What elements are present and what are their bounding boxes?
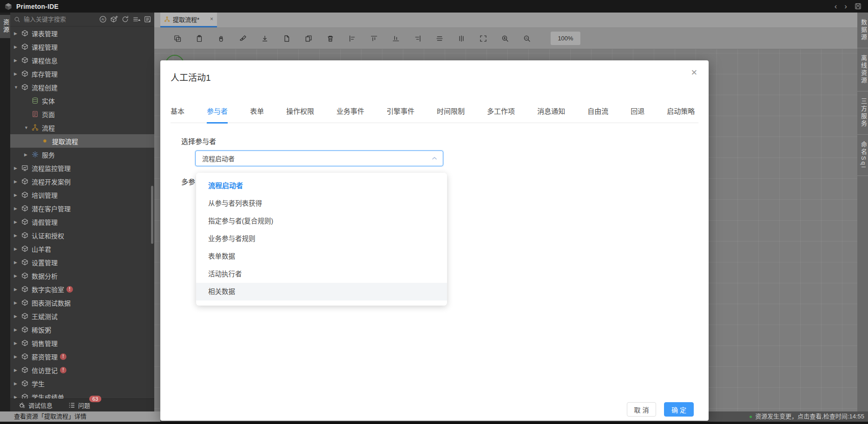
distribute-h-icon[interactable] <box>435 34 444 43</box>
dropdown-option-活动执行者[interactable]: 活动执行者 <box>196 265 447 283</box>
dropdown-option-表单数据[interactable]: 表单数据 <box>196 248 447 265</box>
expanded-arrow-icon[interactable]: ▼ <box>14 85 21 90</box>
collapsed-arrow-icon[interactable]: ▶ <box>14 72 21 76</box>
download-icon[interactable] <box>260 34 269 43</box>
zoom-in-icon[interactable] <box>500 34 509 43</box>
right-rail-tab-离线资源[interactable]: 离线资源 <box>857 48 868 91</box>
tree-item-王斌测试[interactable]: ▶王斌测试 <box>10 309 154 323</box>
collapsed-arrow-icon[interactable]: ▶ <box>14 274 21 278</box>
collapsed-arrow-icon[interactable]: ▶ <box>14 260 21 265</box>
align-bottom-icon[interactable] <box>391 34 400 43</box>
dialog-close-icon[interactable]: ✕ <box>691 68 697 78</box>
tree-item-课程管理[interactable]: ▶课程管理 <box>10 40 154 53</box>
tree-item-销售管理[interactable]: ▶销售管理 <box>10 336 154 350</box>
expanded-arrow-icon[interactable]: ▼ <box>24 125 32 130</box>
tree-item-数字实验室[interactable]: ▶数字实验室! <box>10 282 154 296</box>
tree-item-请假管理[interactable]: ▶请假管理 <box>10 215 154 228</box>
tree-item-流程监控管理[interactable]: ▶流程监控管理 <box>10 161 154 175</box>
collapsed-arrow-icon[interactable]: ▶ <box>14 206 21 211</box>
problems-button[interactable]: 问题 63 <box>68 401 90 410</box>
tree-item-薪资管理[interactable]: ▶薪资管理! <box>10 350 154 363</box>
collapsed-arrow-icon[interactable]: ▶ <box>14 368 21 372</box>
dialog-tab-自由流[interactable]: 自由流 <box>587 104 608 123</box>
dialog-tab-回退[interactable]: 回退 <box>631 104 644 123</box>
file-icon[interactable] <box>282 34 291 43</box>
zoom-out-icon[interactable] <box>522 34 531 43</box>
collapsed-arrow-icon[interactable]: ▶ <box>14 395 21 399</box>
collapsed-arrow-icon[interactable]: ▶ <box>14 193 21 197</box>
tree-item-培训管理[interactable]: ▶培训管理 <box>10 188 154 202</box>
fit-screen-icon[interactable] <box>479 34 487 43</box>
dialog-tab-时间限制[interactable]: 时间限制 <box>437 104 465 123</box>
tree-item-流程[interactable]: ▼流程 <box>10 121 154 134</box>
status-right-message[interactable]: ●资源发生变更，点击查看,检查时间:14:55 <box>749 411 864 422</box>
cancel-button[interactable]: 取 消 <box>627 402 656 417</box>
tree-item-数据分析[interactable]: ▶数据分析 <box>10 269 154 282</box>
tree-item-潜在客户管理[interactable]: ▶潜在客户管理 <box>10 202 154 215</box>
tree-item-流程创建[interactable]: ▼流程创建 <box>10 80 154 94</box>
tree-item-实体[interactable]: 实体 <box>10 94 154 107</box>
ai-icon[interactable]: AI <box>99 15 107 23</box>
tree-item-页面[interactable]: 页面 <box>10 107 154 121</box>
tree-item-课表管理[interactable]: ▶课表管理 <box>10 26 154 40</box>
dropdown-option-相关数据[interactable]: 相关数据 <box>196 283 447 300</box>
nav-forward-icon[interactable]: › <box>844 0 847 13</box>
align-right-icon[interactable] <box>413 34 422 43</box>
dialog-tab-启动策略[interactable]: 启动策略 <box>667 104 695 123</box>
tree-item-学生[interactable]: ▶学生 <box>10 377 154 390</box>
collapsed-arrow-icon[interactable]: ▶ <box>14 166 21 170</box>
nav-back-icon[interactable]: ‹ <box>835 0 837 13</box>
brush-icon[interactable] <box>238 34 247 43</box>
right-rail-tab-命名Sql[interactable]: 命名Sql <box>857 135 868 176</box>
editor-tab-extract-flow[interactable]: 提取流程* × <box>160 12 217 27</box>
tree-item-设置管理[interactable]: ▶设置管理 <box>10 255 154 269</box>
distribute-v-icon[interactable] <box>457 34 466 43</box>
participant-select[interactable]: 流程启动者 <box>195 150 443 166</box>
clipboard-icon[interactable] <box>195 34 204 43</box>
refresh-icon[interactable] <box>121 15 129 23</box>
collapsed-arrow-icon[interactable]: ▶ <box>14 327 21 332</box>
tree-item-课程信息[interactable]: ▶课程信息 <box>10 53 154 67</box>
tree-item-流程开发案例[interactable]: ▶流程开发案例 <box>10 175 154 188</box>
tree-item-图表测试数据[interactable]: ▶图表测试数据 <box>10 296 154 309</box>
align-left-icon[interactable] <box>348 34 356 43</box>
trash-icon[interactable] <box>326 34 335 43</box>
ok-button[interactable]: 确 定 <box>664 402 694 417</box>
collapsed-arrow-icon[interactable]: ▶ <box>14 220 21 224</box>
dialog-tab-引擎事件[interactable]: 引擎事件 <box>387 104 414 123</box>
collapsed-arrow-icon[interactable]: ▶ <box>14 179 21 184</box>
copy-icon[interactable] <box>173 34 182 43</box>
hand-icon[interactable] <box>217 34 225 43</box>
duplicate-icon[interactable] <box>304 34 313 43</box>
dialog-tab-基本[interactable]: 基本 <box>171 104 184 123</box>
collapsed-arrow-icon[interactable]: ▶ <box>14 233 21 238</box>
tree-item-山羊君[interactable]: ▶山羊君 <box>10 242 154 255</box>
align-top-icon[interactable] <box>369 34 378 43</box>
export-icon[interactable] <box>144 15 151 23</box>
collapsed-arrow-icon[interactable]: ▶ <box>14 31 21 36</box>
dropdown-option-流程启动者[interactable]: 流程启动者 <box>196 177 447 195</box>
filter-icon[interactable] <box>132 15 140 23</box>
collapsed-arrow-icon[interactable]: ▶ <box>14 247 21 251</box>
collapsed-arrow-icon[interactable]: ▶ <box>24 152 32 157</box>
dropdown-option-从参与者列表获得[interactable]: 从参与者列表获得 <box>196 195 447 212</box>
dialog-tab-表单[interactable]: 表单 <box>250 104 264 123</box>
dropdown-option-业务参与者规则[interactable]: 业务参与者规则 <box>196 230 447 248</box>
dialog-tab-参与者[interactable]: 参与者 <box>207 104 228 123</box>
tree-item-认证和授权[interactable]: ▶认证和授权 <box>10 228 154 242</box>
tree-item-稀饭粥[interactable]: ▶稀饭粥 <box>10 323 154 336</box>
dropdown-option-指定参与者(复合规则)[interactable]: 指定参与者(复合规则) <box>196 212 447 230</box>
dialog-tab-业务事件[interactable]: 业务事件 <box>336 104 364 123</box>
right-rail-tab-三方服务[interactable]: 三方服务 <box>857 91 868 135</box>
save-icon[interactable] <box>855 3 861 10</box>
dialog-tab-操作权限[interactable]: 操作权限 <box>286 104 314 123</box>
collapsed-arrow-icon[interactable]: ▶ <box>14 300 21 305</box>
collapsed-arrow-icon[interactable]: ▶ <box>14 287 21 292</box>
zoom-level[interactable]: 100% <box>551 32 580 45</box>
collapsed-arrow-icon[interactable]: ▶ <box>14 381 21 386</box>
add-cube-icon[interactable] <box>110 15 118 23</box>
right-rail-tab-数据源[interactable]: 数据源 <box>857 13 868 48</box>
tree-item-库存管理[interactable]: ▶库存管理 <box>10 67 154 80</box>
dialog-tab-消息通知[interactable]: 消息通知 <box>537 104 565 123</box>
debug-info-button[interactable]: 调试信息 <box>19 401 53 410</box>
